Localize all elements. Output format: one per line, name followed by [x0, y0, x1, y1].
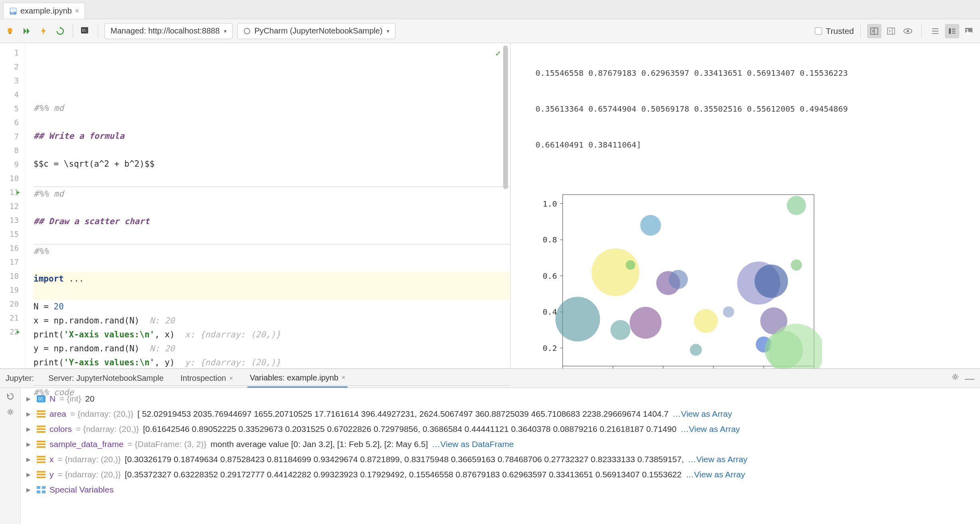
code-line[interactable]: ## Draw a scatter chart: [34, 215, 510, 229]
lightning-icon[interactable]: [38, 25, 49, 37]
close-icon[interactable]: ×: [75, 7, 79, 15]
notebook-toolbar: D↓ Managed: http://localhost:8888 ▾ PyCh…: [0, 19, 980, 43]
svg-rect-69: [37, 446, 45, 448]
interpreter-dropdown[interactable]: PyCharm (JupyterNotebookSample) ▾: [237, 23, 395, 39]
svg-point-46: [694, 309, 718, 333]
scatter-chart: 0.00.20.40.60.81.00.20.40.60.81.0: [531, 191, 973, 368]
data-icon[interactable]: D↓: [79, 25, 91, 37]
variable-row[interactable]: ▶ y = {ndarray: (20,)} [0.35372327 0.632…: [26, 467, 974, 482]
code-line[interactable]: #%% code: [34, 385, 510, 399]
svg-rect-77: [42, 486, 45, 489]
line-gutter: 1234567891011▶12131516171819202122▶: [0, 43, 26, 368]
view-detail-icon[interactable]: [945, 24, 959, 38]
svg-point-55: [791, 260, 802, 271]
svg-rect-61: [37, 410, 45, 412]
code-line[interactable]: [34, 370, 510, 384]
gear-icon[interactable]: [951, 373, 959, 384]
restart-icon[interactable]: [54, 25, 66, 37]
variables-list[interactable]: ▶01 N = {int} 20▶ area = {ndarray: (20,)…: [21, 388, 980, 524]
run-all-icon[interactable]: [21, 25, 33, 37]
svg-rect-70: [37, 456, 45, 457]
code-line[interactable]: print('Y-axis values:\n', y) y: {ndarray…: [34, 356, 510, 370]
svg-text:0.8: 0.8: [543, 235, 557, 244]
code-line[interactable]: [34, 143, 510, 157]
svg-point-11: [907, 30, 909, 32]
svg-text:D↓: D↓: [82, 28, 87, 32]
svg-rect-71: [37, 459, 45, 460]
svg-point-7: [244, 28, 250, 34]
svg-rect-65: [37, 428, 45, 430]
svg-point-57: [954, 376, 956, 378]
code-line[interactable]: ## Write a formula: [34, 129, 510, 143]
svg-point-45: [669, 270, 688, 289]
code-line[interactable]: #%%: [34, 244, 510, 258]
code-line[interactable]: import ...: [34, 272, 510, 286]
variable-row[interactable]: ▶ sample_data_frame = {DataFrame: (3, 2)…: [26, 437, 974, 452]
code-line[interactable]: $$c = \sqrt(a^2 + b^2)$$: [34, 157, 510, 171]
minimize-icon[interactable]: —: [965, 373, 974, 384]
code-line[interactable]: [34, 115, 510, 129]
code-line[interactable]: [34, 171, 510, 185]
image-icon[interactable]: [962, 24, 976, 38]
svg-rect-76: [37, 486, 40, 489]
panel-side-toolbar: [0, 388, 21, 524]
svg-text:IP: IP: [11, 12, 14, 14]
scrollbar[interactable]: [502, 45, 509, 205]
code-line[interactable]: N = 20: [34, 300, 510, 314]
svg-point-50: [755, 264, 788, 298]
trusted-label: Trusted: [826, 26, 854, 36]
code-area[interactable]: ✓ #%% md## Write a formula$$c = \sqrt(a^…: [26, 43, 510, 368]
variable-row[interactable]: ▶ Special Variables: [26, 482, 974, 497]
notebook-icon: IP: [9, 7, 17, 15]
svg-rect-66: [37, 431, 45, 433]
code-line[interactable]: #%% md: [34, 187, 510, 201]
svg-rect-63: [37, 416, 45, 418]
chevron-down-icon: ▾: [224, 28, 227, 34]
variable-row[interactable]: ▶ colors = {ndarray: (20,)} [0.61642546 …: [26, 422, 974, 437]
gear-icon[interactable]: [6, 408, 14, 416]
layout-right-icon[interactable]: [884, 24, 898, 38]
svg-point-56: [787, 196, 806, 215]
refresh-icon[interactable]: [6, 392, 15, 401]
output-text: 0.15546558 0.87679183 0.62963597 0.33413…: [531, 43, 973, 175]
file-tab-example[interactable]: IP example.ipynb ×: [3, 3, 85, 19]
variable-row[interactable]: ▶ x = {ndarray: (20,)} [0.30326179 0.187…: [26, 452, 974, 467]
bulb-icon[interactable]: [4, 25, 16, 37]
svg-text:0.2: 0.2: [543, 343, 557, 353]
code-line[interactable]: [34, 286, 510, 300]
eye-icon[interactable]: [901, 24, 915, 38]
checkmark-icon: ✓: [496, 46, 501, 60]
code-line[interactable]: [34, 229, 510, 242]
svg-rect-74: [37, 474, 45, 475]
view-list-icon[interactable]: [928, 24, 942, 38]
svg-point-3: [8, 28, 12, 33]
svg-rect-67: [37, 441, 45, 442]
variable-row[interactable]: ▶ area = {ndarray: (20,)} [ 52.02919453 …: [26, 406, 974, 422]
trusted-toggle[interactable]: Trusted: [815, 26, 854, 36]
code-editor[interactable]: 1234567891011▶12131516171819202122▶ ✓ #%…: [0, 43, 511, 368]
svg-text:1.0: 1.0: [543, 199, 557, 209]
chevron-down-icon: ▾: [387, 28, 389, 34]
svg-point-14: [966, 29, 968, 31]
code-line[interactable]: x = np.random.rand(N) N: 20: [34, 314, 510, 328]
svg-point-39: [591, 248, 639, 296]
code-line[interactable]: [34, 201, 510, 215]
file-tab-label: example.ipynb: [20, 6, 72, 16]
layout-split-icon[interactable]: [867, 24, 881, 38]
server-dropdown[interactable]: Managed: http://localhost:8888 ▾: [105, 23, 233, 39]
svg-rect-68: [37, 443, 45, 445]
checkbox-icon[interactable]: [815, 28, 822, 35]
svg-rect-4: [9, 32, 11, 34]
svg-point-40: [611, 320, 630, 340]
svg-rect-62: [37, 413, 45, 415]
code-line[interactable]: print('X-axis values:\n', x) x: {ndarray…: [34, 328, 510, 342]
svg-point-48: [723, 306, 734, 317]
code-line[interactable]: [34, 258, 510, 272]
svg-rect-78: [37, 491, 40, 493]
svg-text:0.6: 0.6: [543, 271, 557, 281]
code-line[interactable]: #%% md: [34, 101, 510, 115]
svg-point-43: [630, 307, 662, 339]
code-line[interactable]: y = np.random.rand(N) N: 20: [34, 342, 510, 356]
svg-rect-64: [37, 426, 45, 427]
file-tabs: IP example.ipynb ×: [0, 0, 980, 19]
